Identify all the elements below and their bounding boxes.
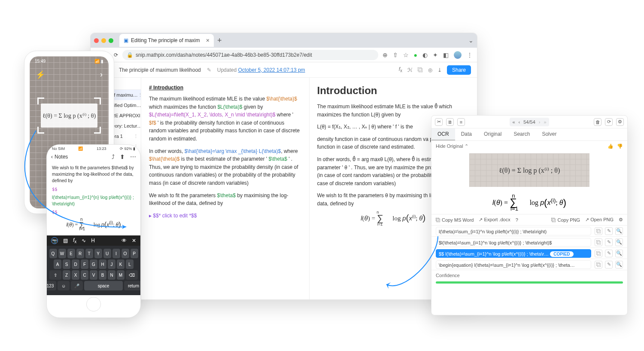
export-docx-button[interactable]: ↗ Export .docx — [479, 217, 510, 223]
source-pane[interactable]: # Introduction The maximum likelihood es… — [141, 78, 310, 299]
maximize-dot[interactable] — [109, 38, 113, 43]
trash-icon[interactable]: 🗑 — [594, 118, 601, 126]
return-key[interactable]: return — [124, 281, 141, 290]
copy-icon[interactable]: ⿻ — [595, 238, 602, 246]
key[interactable]: R — [76, 249, 84, 258]
extensions-icon[interactable]: ✦ — [433, 52, 438, 58]
tab-data[interactable]: Data — [455, 128, 478, 140]
list-icon[interactable]: ≡ — [457, 118, 465, 126]
search-icon[interactable]: 🔍 — [615, 238, 623, 246]
key[interactable]: Y — [94, 249, 102, 258]
copy-icon[interactable]: ⿻ — [595, 261, 602, 269]
eye-icon[interactable]: ◎ — [428, 67, 432, 73]
edit-icon[interactable]: ✎ — [605, 238, 613, 246]
download-icon[interactable]: ⤓ — [437, 67, 442, 73]
emoji-key[interactable]: ☺ — [58, 281, 70, 290]
key[interactable]: J — [108, 259, 115, 269]
key[interactable]: U — [103, 249, 111, 258]
key[interactable]: L — [126, 259, 134, 269]
key[interactable]: E — [67, 249, 75, 258]
key[interactable]: A — [54, 259, 61, 269]
hide-original-toggle[interactable]: Hide Original ⌃ — [436, 143, 468, 149]
tab-original[interactable]: Original — [478, 128, 507, 140]
gear-icon[interactable]: ⚙ — [616, 118, 624, 126]
new-tab-button[interactable]: + — [217, 36, 222, 45]
first-icon[interactable]: « — [512, 119, 515, 125]
doc-icon[interactable]: 🗎 — [446, 118, 454, 126]
copy-word-button[interactable]: ⿻ Copy MS Word — [436, 217, 474, 223]
updated-time-link[interactable]: October 5, 2022 14:07:13 pm — [238, 67, 305, 73]
key[interactable]: N — [108, 270, 115, 280]
copy-icon[interactable]: ⿻ — [595, 227, 602, 235]
fx-icon[interactable]: fx — [399, 66, 402, 73]
item-menu-icon[interactable]: ⋮ — [134, 134, 138, 139]
reload-icon[interactable]: ⟳ — [114, 52, 118, 58]
scribble-icon[interactable]: ∿ — [82, 238, 86, 244]
last-icon[interactable]: » — [544, 119, 546, 125]
key[interactable]: H — [99, 259, 106, 269]
key[interactable]: W — [58, 249, 66, 258]
copy-png-button[interactable]: ⿻ Copy PNG — [551, 217, 580, 223]
back-button[interactable]: ‹ Notes — [51, 154, 68, 160]
key[interactable]: D — [72, 259, 79, 269]
key[interactable]: O — [122, 249, 129, 258]
key[interactable]: X — [72, 270, 79, 280]
backspace-key[interactable]: ⌫ — [126, 270, 138, 280]
key[interactable]: B — [99, 270, 106, 280]
settings-icon[interactable]: ⚙ — [619, 217, 623, 223]
prev-icon[interactable]: ‹ — [519, 119, 520, 125]
script-icon[interactable]: ℋ — [407, 67, 413, 73]
key[interactable]: T — [85, 249, 93, 258]
key[interactable]: I — [112, 249, 120, 258]
mic-key[interactable]: 🎤 — [71, 281, 83, 290]
extension-dot2-icon[interactable]: ◐ — [422, 52, 428, 58]
edit-pencil-icon[interactable]: ✎ — [207, 67, 211, 73]
tab-ocr[interactable]: OCR — [431, 128, 455, 140]
upload-icon[interactable]: ⬆ — [120, 153, 125, 160]
numeric-key[interactable]: 123 — [46, 281, 56, 290]
help-icon[interactable]: ? — [516, 217, 518, 223]
key[interactable]: K — [117, 259, 125, 269]
open-png-button[interactable]: ↗ Open PNG — [585, 217, 614, 223]
heading-icon[interactable]: H — [91, 238, 95, 244]
search-icon[interactable]: 🔍 — [615, 261, 623, 269]
close-icon[interactable]: ✕ — [132, 238, 136, 244]
item-menu-icon[interactable]: ⋮ — [138, 92, 141, 98]
thumb-down-icon[interactable]: 👎 — [617, 143, 623, 149]
zoom-icon[interactable]: ⊕ — [383, 52, 388, 58]
chevron-right-icon[interactable]: › — [100, 70, 103, 79]
key[interactable]: C — [81, 270, 88, 280]
share-icon[interactable]: ⇧ — [393, 52, 398, 58]
eye-icon[interactable]: 👁 — [122, 238, 127, 244]
space-key[interactable]: space — [84, 281, 123, 290]
fx-icon[interactable]: fx — [73, 237, 76, 244]
panel-icon[interactable]: ◧ — [443, 52, 449, 58]
code-text[interactable]: $l(\theta)=\sum_{i=1}^n \log p\left(x^{(… — [436, 238, 591, 247]
keyboard[interactable]: QWERTYUIOP ASDFGHJKL ⇧ZXCVBNM⌫ 123 ☺ 🎤 s… — [47, 246, 140, 295]
camera-icon[interactable]: 📷 — [51, 237, 58, 244]
key[interactable]: S — [63, 259, 70, 269]
star-icon[interactable]: ☆ — [403, 52, 409, 58]
key[interactable]: Z — [63, 270, 70, 280]
copy-icon[interactable]: ⿻ — [418, 67, 423, 73]
tab-search[interactable]: Search — [507, 128, 536, 140]
share-icon[interactable]: ⤴ — [112, 153, 115, 160]
extension-dot-icon[interactable]: ● — [414, 52, 417, 58]
more-icon[interactable]: ⋯ — [130, 153, 136, 160]
shift-key[interactable]: ⇧ — [49, 270, 61, 280]
kebab-icon[interactable]: ⋮ — [467, 52, 473, 58]
key[interactable]: P — [131, 249, 138, 258]
next-icon[interactable]: › — [539, 119, 541, 125]
click-to-edit[interactable]: ▸ $$* click to edit *$$ — [149, 212, 301, 220]
key[interactable]: F — [81, 259, 88, 269]
share-button[interactable]: Share — [447, 65, 471, 75]
edit-icon[interactable]: ✎ — [605, 227, 613, 235]
flash-icon[interactable]: ⚡ — [36, 70, 45, 79]
crop-frame[interactable]: ℓ(θ) = Σ log p (x⁽ⁱ⁾ ; θ) — [37, 98, 101, 134]
minimize-dot[interactable] — [101, 38, 106, 43]
key[interactable]: G — [90, 259, 97, 269]
key[interactable]: V — [90, 270, 97, 280]
code-text[interactable]: \begin{equation} l(\theta)=\sum_{i=1}^n … — [436, 260, 591, 269]
search-icon[interactable]: 🔍 — [615, 250, 623, 257]
code-text[interactable]: l(\theta)=\sum_{i=1}^n \log p\left(x^{(i… — [436, 227, 591, 235]
